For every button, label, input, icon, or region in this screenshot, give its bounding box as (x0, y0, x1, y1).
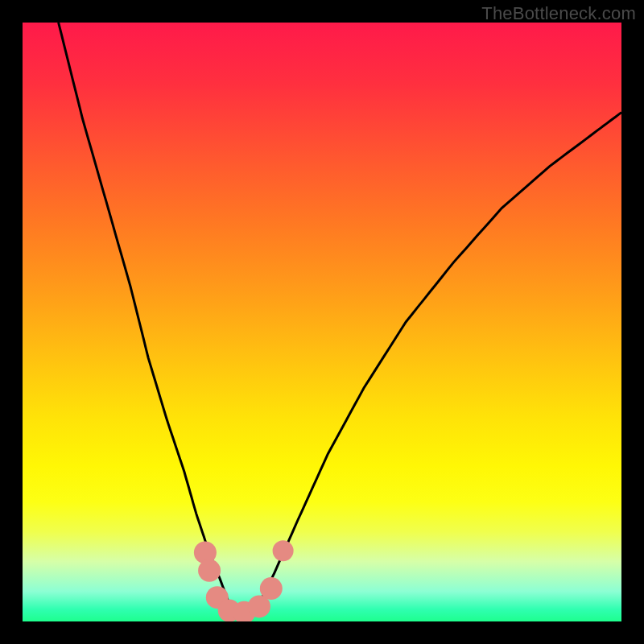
curve-left-descent (59, 23, 229, 604)
curve-right-ascent (259, 113, 621, 604)
chart-svg (23, 23, 621, 621)
curve-layer (59, 23, 621, 604)
data-marker (273, 540, 294, 561)
watermark-text: TheBottleneck.com (481, 3, 636, 24)
chart-plot-area (23, 23, 621, 621)
marker-layer (194, 540, 294, 621)
data-marker (260, 577, 283, 600)
data-marker (198, 559, 221, 582)
